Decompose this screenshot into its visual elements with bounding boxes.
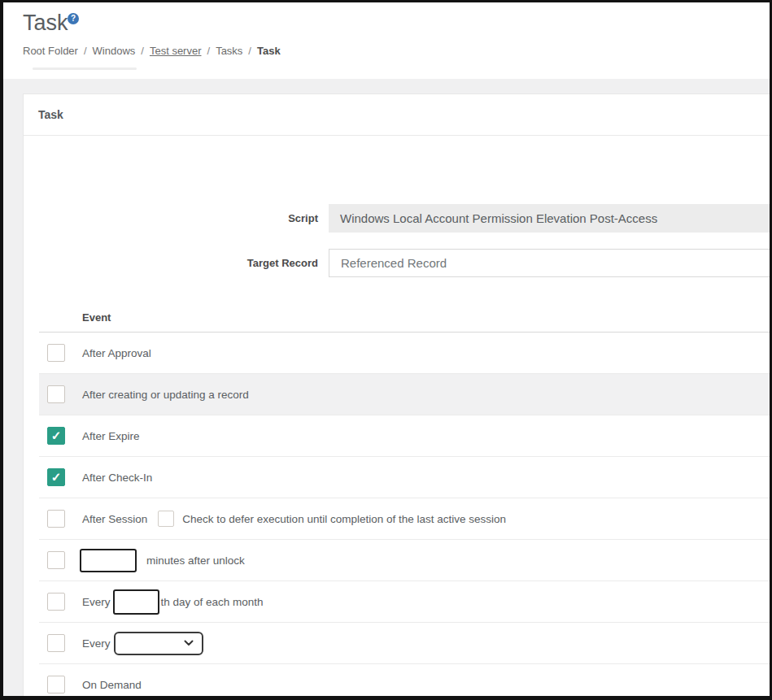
breadcrumb-separator: / bbox=[248, 45, 251, 57]
page-body: Task Script Windows Local Account Permis… bbox=[3, 79, 770, 700]
event-row-after-expire: ✓ After Expire bbox=[39, 415, 772, 457]
chevron-down-icon bbox=[184, 640, 194, 646]
script-field-row: Script Windows Local Account Permission … bbox=[24, 204, 772, 233]
task-panel: Task Script Windows Local Account Permis… bbox=[23, 93, 772, 700]
event-row-after-session: After Session Check to defer execution u… bbox=[39, 498, 772, 540]
checkmark-icon: ✓ bbox=[48, 469, 64, 485]
events-column-header: Event bbox=[82, 311, 772, 324]
event-row-day-of-month: Every th day of each month bbox=[39, 581, 772, 623]
event-label-suffix: th day of each month bbox=[161, 596, 264, 608]
event-row-on-demand: On Demand bbox=[39, 664, 772, 700]
events-section: Event After Approval After creating or u… bbox=[24, 311, 772, 700]
event-row-minutes-after-unlock: minutes after unlock bbox=[39, 540, 772, 581]
frequency-select[interactable] bbox=[114, 632, 203, 655]
event-label: After creating or updating a record bbox=[82, 389, 249, 401]
breadcrumb-separator: / bbox=[84, 45, 87, 57]
breadcrumb-test-server[interactable]: Test server bbox=[150, 45, 202, 57]
panel-content: Script Windows Local Account Permission … bbox=[24, 136, 772, 700]
event-label-prefix: Every bbox=[82, 596, 111, 608]
every-interval-checkbox[interactable] bbox=[47, 634, 65, 652]
after-check-in-checkbox[interactable]: ✓ bbox=[47, 468, 65, 486]
breadcrumb: Root Folder/Windows/Test server/Tasks/Ta… bbox=[23, 45, 281, 57]
day-of-month-input[interactable] bbox=[113, 589, 159, 615]
faint-divider bbox=[33, 67, 137, 70]
event-label: minutes after unlock bbox=[146, 554, 245, 567]
event-label-prefix: Every bbox=[82, 637, 111, 650]
minutes-after-unlock-checkbox[interactable] bbox=[47, 551, 65, 569]
help-icon[interactable]: ? bbox=[68, 13, 79, 24]
target-record-label: Target Record bbox=[24, 257, 318, 269]
page-header: Task ? Root Folder/Windows/Test server/T… bbox=[3, 2, 770, 79]
breadcrumb-current-task: Task bbox=[257, 45, 281, 57]
after-approval-checkbox[interactable] bbox=[47, 344, 65, 362]
events-table: After Approval After creating or updatin… bbox=[39, 332, 772, 700]
script-label: Script bbox=[24, 212, 318, 224]
target-record-value-box[interactable]: Referenced Record bbox=[329, 249, 772, 277]
app-window: Task ? Root Folder/Windows/Test server/T… bbox=[0, 0, 772, 700]
page-title: Task bbox=[23, 11, 68, 36]
breadcrumb-windows[interactable]: Windows bbox=[93, 45, 136, 57]
event-row-after-approval: After Approval bbox=[39, 333, 772, 374]
day-of-month-checkbox[interactable] bbox=[47, 593, 65, 611]
defer-execution-checkbox[interactable] bbox=[158, 511, 174, 527]
panel-title: Task bbox=[24, 94, 772, 136]
target-record-field-row: Target Record Referenced Record bbox=[24, 249, 772, 277]
breadcrumb-root-folder[interactable]: Root Folder bbox=[23, 45, 78, 57]
breadcrumb-separator: / bbox=[207, 45, 211, 57]
defer-execution-label: Check to defer execution until completio… bbox=[182, 513, 506, 525]
event-label: After Check-In bbox=[82, 472, 152, 484]
event-row-every-interval: Every bbox=[39, 623, 772, 664]
after-expire-checkbox[interactable]: ✓ bbox=[47, 427, 65, 445]
checkmark-icon: ✓ bbox=[48, 428, 64, 444]
minutes-after-unlock-input[interactable] bbox=[80, 549, 137, 572]
breadcrumb-separator: / bbox=[141, 45, 144, 57]
on-demand-checkbox[interactable] bbox=[47, 676, 65, 693]
event-label: After Approval bbox=[82, 347, 151, 359]
event-label: After Session bbox=[82, 513, 147, 525]
event-label: On Demand bbox=[82, 679, 142, 691]
after-create-update-checkbox[interactable] bbox=[47, 385, 65, 403]
breadcrumb-tasks[interactable]: Tasks bbox=[216, 45, 242, 57]
event-row-after-check-in: ✓ After Check-In bbox=[39, 457, 772, 498]
after-session-checkbox[interactable] bbox=[47, 510, 65, 528]
script-value-box: Windows Local Account Permission Elevati… bbox=[329, 204, 772, 233]
event-row-after-create-update: After creating or updating a record bbox=[39, 374, 772, 415]
event-label: After Expire bbox=[82, 430, 140, 442]
